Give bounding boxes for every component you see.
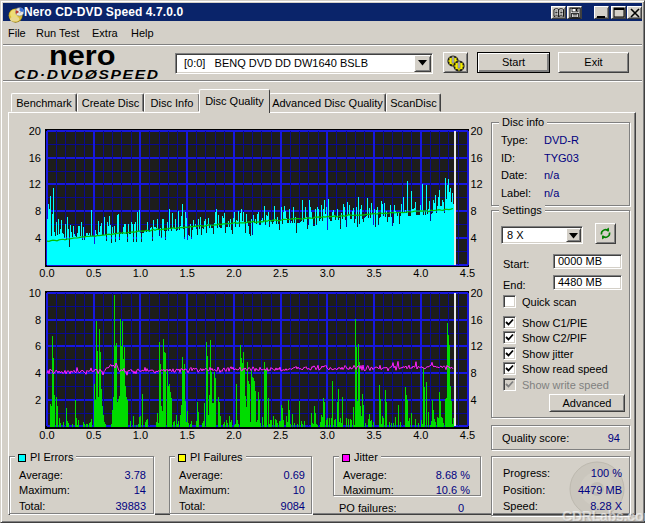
svg-text:4: 4 (471, 394, 477, 406)
svg-text:16: 16 (471, 314, 483, 326)
svg-text:12: 12 (471, 340, 483, 352)
svg-text:8: 8 (471, 367, 477, 379)
svg-text:20: 20 (471, 125, 483, 137)
svg-text:4.5: 4.5 (460, 267, 475, 279)
svg-text:0.0: 0.0 (39, 267, 54, 279)
svg-text:8: 8 (35, 314, 41, 326)
svg-text:8: 8 (35, 205, 41, 217)
svg-text:4.0: 4.0 (413, 267, 428, 279)
svg-text:6: 6 (35, 340, 41, 352)
svg-text:20: 20 (29, 125, 41, 137)
svg-text:16: 16 (471, 152, 483, 164)
svg-text:3.0: 3.0 (320, 267, 335, 279)
svg-text:1.5: 1.5 (180, 267, 195, 279)
svg-text:10: 10 (29, 287, 41, 299)
svg-text:3.5: 3.5 (366, 267, 381, 279)
svg-text:1.0: 1.0 (133, 267, 148, 279)
svg-text:2.0: 2.0 (226, 267, 241, 279)
svg-text:2: 2 (35, 394, 41, 406)
svg-text:2.5: 2.5 (273, 267, 288, 279)
svg-text:4: 4 (35, 232, 41, 244)
svg-text:20: 20 (471, 287, 483, 299)
svg-text:8: 8 (471, 205, 477, 217)
svg-text:4: 4 (35, 367, 41, 379)
svg-text:12: 12 (29, 178, 41, 190)
svg-text:16: 16 (29, 152, 41, 164)
svg-text:4: 4 (471, 232, 477, 244)
svg-text:0.5: 0.5 (86, 267, 101, 279)
svg-text:12: 12 (471, 178, 483, 190)
